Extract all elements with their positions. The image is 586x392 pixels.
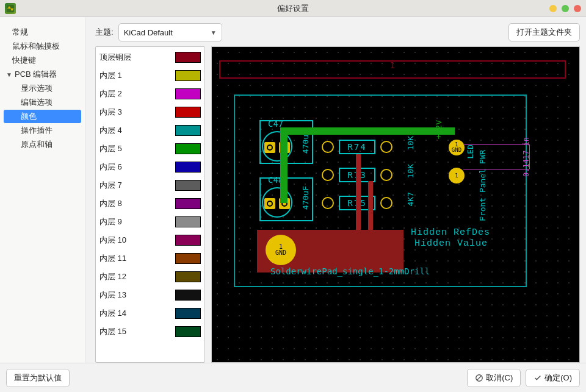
- color-swatch[interactable]: [175, 88, 201, 99]
- front-panel-pwr-label: Front Panel PWR: [478, 114, 487, 221]
- layer-row[interactable]: 内层 14: [97, 304, 203, 323]
- app-icon: [5, 3, 16, 14]
- layer-name: 内层 13: [99, 290, 126, 301]
- color-swatch[interactable]: [175, 198, 201, 209]
- led-label: LED: [466, 144, 475, 159]
- tree-item-action-plugins[interactable]: 操作插件: [4, 124, 81, 137]
- layer-row[interactable]: 内层 8: [97, 194, 203, 213]
- tree-item-pcb-editor[interactable]: ▼PCB 编辑器: [4, 68, 81, 81]
- content-panel: 主题: KiCad Default ▼ 打开主题文件夹 顶层铜层内层 1内层 2…: [85, 17, 586, 363]
- window-title: 偏好设置: [0, 3, 586, 14]
- layer-name: 顶层铜层: [99, 52, 131, 63]
- ok-button[interactable]: 确定(O): [526, 369, 580, 387]
- color-swatch[interactable]: [175, 326, 201, 337]
- tree-item-colors[interactable]: 颜色: [4, 110, 81, 123]
- color-swatch[interactable]: [175, 70, 201, 81]
- check-icon: [534, 374, 542, 382]
- trace-green: [280, 127, 288, 203]
- layer-row[interactable]: 内层 11: [97, 249, 203, 268]
- tree-item-display-options[interactable]: 显示选项: [4, 82, 81, 95]
- net-12v: +12V: [434, 120, 443, 139]
- tree-item-edit-options[interactable]: 编辑选项: [4, 96, 81, 109]
- tree-item-general[interactable]: 常规: [4, 26, 81, 39]
- layer-row[interactable]: 内层 10: [97, 231, 203, 249]
- layer-name: 内层 2: [99, 88, 122, 99]
- dimension-line: [463, 144, 529, 145]
- window-minimize-button[interactable]: [549, 5, 557, 12]
- layer-row[interactable]: 内层 2: [97, 85, 203, 103]
- trace-green: [280, 127, 455, 135]
- layer-name: 内层 12: [99, 271, 126, 282]
- c47-body: [262, 131, 292, 162]
- color-swatch[interactable]: [175, 235, 201, 246]
- layer-name: 内层 1: [99, 70, 122, 81]
- layer-row[interactable]: 内层 9: [97, 213, 203, 231]
- cancel-button[interactable]: 取消(C): [467, 369, 521, 387]
- layer-row[interactable]: 内层 13: [97, 286, 203, 304]
- layer-name: 内层 11: [99, 253, 126, 264]
- layer-name: 内层 5: [99, 143, 122, 154]
- color-swatch[interactable]: [175, 271, 201, 282]
- category-tree: 常规 鼠标和触摸板 快捷键 ▼PCB 编辑器 显示选项 编辑选项 颜色 操作插件…: [0, 17, 85, 363]
- r74-row: R74: [322, 140, 392, 154]
- footprint-name: SolderwirePad_single_1-2mmDrill: [270, 266, 430, 276]
- layer-row[interactable]: 内层 12: [97, 268, 203, 286]
- theme-select-value: KiCad Default: [124, 28, 173, 37]
- tree-item-origins-axes[interactable]: 原点和轴: [4, 138, 81, 151]
- pcb-preview: 1 C47 470uF C48 470uF R74 R73 R75 10K: [211, 46, 580, 363]
- svg-line-4: [477, 376, 482, 380]
- layer-row[interactable]: 内层 15: [97, 323, 203, 341]
- cancel-icon: [475, 374, 483, 382]
- tree-item-mouse[interactable]: 鼠标和触摸板: [4, 40, 81, 53]
- layer-row[interactable]: 顶层铜层: [97, 48, 203, 66]
- trace-red: [356, 154, 361, 240]
- layer-row[interactable]: 内层 4: [97, 121, 203, 140]
- color-swatch[interactable]: [175, 308, 201, 319]
- c48-body: [262, 187, 292, 218]
- color-swatch[interactable]: [175, 162, 201, 173]
- layer-color-list[interactable]: 顶层铜层内层 1内层 2内层 3内层 4内层 5内层 6内层 7内层 8内层 9…: [95, 46, 205, 363]
- dimension-line: [463, 169, 529, 169]
- layer-name: 内层 7: [99, 180, 122, 191]
- hidden-value-text: Hidden Value: [414, 238, 488, 249]
- color-swatch[interactable]: [175, 253, 201, 264]
- layer-name: 内层 8: [99, 198, 122, 209]
- color-swatch[interactable]: [175, 180, 201, 191]
- svg-point-2: [11, 9, 13, 11]
- tree-item-hotkeys[interactable]: 快捷键: [4, 54, 81, 67]
- color-swatch[interactable]: [175, 52, 201, 63]
- chevron-down-icon: ▼: [6, 71, 15, 78]
- layer-row[interactable]: 内层 6: [97, 158, 203, 176]
- layer-row[interactable]: 内层 7: [97, 176, 203, 194]
- r73-value: 10K: [406, 164, 415, 178]
- color-swatch[interactable]: [175, 143, 201, 154]
- layer-name: 内层 9: [99, 216, 122, 227]
- color-swatch[interactable]: [175, 216, 201, 227]
- layer-row[interactable]: 内层 1: [97, 66, 203, 85]
- color-swatch[interactable]: [175, 107, 201, 118]
- layer-name: 内层 4: [99, 125, 122, 136]
- window-maximize-button[interactable]: [562, 5, 569, 12]
- color-swatch[interactable]: [175, 125, 201, 136]
- window-close-button[interactable]: [574, 5, 581, 12]
- theme-select[interactable]: KiCad Default ▼: [118, 23, 222, 41]
- hidden-refdes-text: Hidden RefDes: [411, 227, 490, 238]
- layer-name: 内层 15: [99, 326, 126, 337]
- open-theme-folder-button[interactable]: 打开主题文件夹: [508, 23, 580, 41]
- gnd-pad: 1GND: [266, 235, 296, 265]
- layer-name: 内层 6: [99, 162, 122, 173]
- layer-name: 内层 14: [99, 308, 126, 319]
- c48-value: 470uF: [301, 186, 310, 210]
- layer-row[interactable]: 内层 3: [97, 103, 203, 121]
- color-swatch[interactable]: [175, 290, 201, 301]
- r75-value: 4K7: [406, 192, 415, 206]
- reset-defaults-button[interactable]: 重置为默认值: [6, 369, 70, 387]
- chevron-down-icon: ▼: [211, 29, 217, 36]
- ruler-band: 1: [219, 60, 566, 79]
- titlebar: 偏好设置: [0, 0, 586, 17]
- r74-value: 10K: [406, 136, 415, 150]
- pad-12v-2: 1: [449, 168, 465, 184]
- dimension-value: 0.1417 in: [522, 137, 530, 177]
- layer-name: 内层 3: [99, 107, 122, 118]
- layer-row[interactable]: 内层 5: [97, 140, 203, 158]
